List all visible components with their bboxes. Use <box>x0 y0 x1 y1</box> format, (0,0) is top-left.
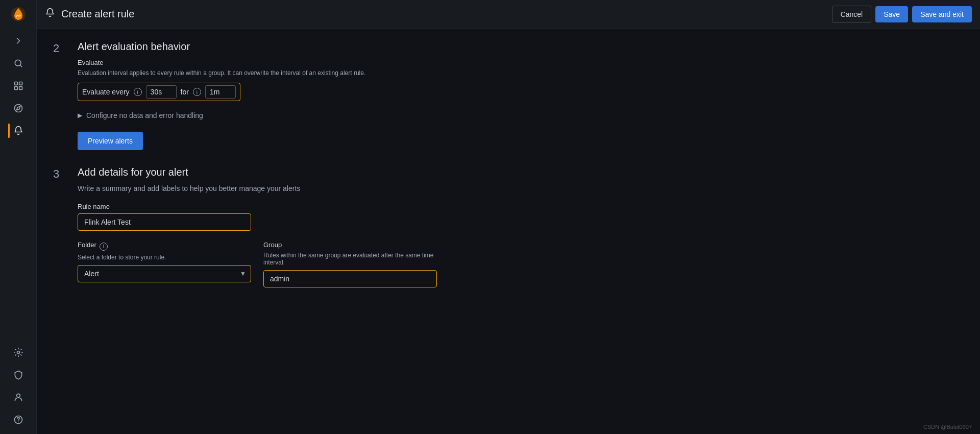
chevron-right-icon: ▶ <box>78 112 82 119</box>
evaluate-for-info-icon[interactable]: i <box>193 88 201 96</box>
section-2: 2 Alert evaluation behavior Evaluate Eva… <box>53 41 964 119</box>
section-3-content: Add details for your alert Write a summa… <box>78 166 964 287</box>
section-3-title: Add details for your alert <box>78 166 964 178</box>
page-title: Create alert rule <box>61 8 134 20</box>
preview-section: Preview alerts <box>78 132 964 150</box>
content-area: 2 Alert evaluation behavior Evaluate Eva… <box>37 29 980 434</box>
topbar-bell-icon <box>45 8 55 20</box>
folder-group-row: Folder i Select a folder to store your r… <box>78 241 964 287</box>
section-3-number: 3 <box>53 166 69 287</box>
sidebar-item-profile[interactable] <box>8 387 29 407</box>
svg-rect-3 <box>19 82 22 85</box>
section-2-content: Alert evaluation behavior Evaluate Evalu… <box>78 41 964 119</box>
section-3-subtitle: Write a summary and add labels to help y… <box>78 184 964 192</box>
folder-description: Select a folder to store your rule. <box>78 254 251 261</box>
group-field: Group Rules within the same group are ev… <box>263 241 437 287</box>
cancel-button[interactable]: Cancel <box>832 6 872 23</box>
sidebar-item-search[interactable] <box>8 53 29 74</box>
folder-field: Folder i Select a folder to store your r… <box>78 241 251 287</box>
save-button[interactable]: Save <box>875 6 908 22</box>
svg-rect-2 <box>14 82 17 85</box>
rule-name-label: Rule name <box>78 203 964 210</box>
sidebar-item-shield[interactable] <box>8 365 29 385</box>
evaluate-for-text: for <box>181 88 189 96</box>
configure-no-data-label: Configure no data and error handling <box>86 111 203 119</box>
main-area: Create alert rule Cancel Save Save and e… <box>37 0 980 434</box>
folder-select-wrapper: Alert ▼ <box>78 265 251 282</box>
evaluate-description: Evaluation interval applies to every rul… <box>78 69 384 77</box>
folder-label-row: Folder i <box>78 241 251 252</box>
evaluate-every-input[interactable] <box>146 85 177 99</box>
sidebar-item-explore[interactable] <box>8 98 29 118</box>
folder-label: Folder <box>78 241 96 249</box>
save-exit-button[interactable]: Save and exit <box>912 6 972 22</box>
group-description: Rules within the same group are evaluate… <box>263 252 437 266</box>
topbar: Create alert rule Cancel Save Save and e… <box>37 0 980 29</box>
group-label: Group <box>263 241 437 249</box>
svg-point-7 <box>17 351 19 354</box>
section-2-title: Alert evaluation behavior <box>78 41 964 53</box>
group-input[interactable] <box>263 270 437 287</box>
evaluate-row: Evaluate every i for i <box>78 83 240 101</box>
evaluate-every-info-icon[interactable]: i <box>134 88 142 96</box>
evaluate-for-input[interactable] <box>205 85 236 99</box>
rule-name-field: Rule name <box>78 203 964 231</box>
svg-point-8 <box>16 394 20 397</box>
svg-rect-5 <box>19 87 22 90</box>
section-3: 3 Add details for your alert Write a sum… <box>53 166 964 287</box>
rule-name-input[interactable] <box>78 213 251 231</box>
folder-select[interactable]: Alert <box>78 265 251 282</box>
preview-alerts-button[interactable]: Preview alerts <box>78 132 143 150</box>
section-2-number: 2 <box>53 41 69 119</box>
evaluate-label: Evaluate <box>78 59 964 66</box>
evaluate-every-text: Evaluate every <box>82 88 130 96</box>
sidebar-item-help[interactable] <box>8 409 29 430</box>
app-logo[interactable] <box>8 4 29 25</box>
folder-info-icon[interactable]: i <box>100 243 108 251</box>
topbar-actions: Cancel Save Save and exit <box>832 6 972 23</box>
svg-rect-4 <box>14 87 17 90</box>
sidebar-item-toggle[interactable] <box>8 31 29 51</box>
svg-point-10 <box>18 422 18 422</box>
svg-point-6 <box>14 105 22 112</box>
sidebar <box>0 0 37 434</box>
sidebar-item-settings[interactable] <box>8 342 29 363</box>
configure-no-data-row[interactable]: ▶ Configure no data and error handling <box>78 111 964 119</box>
sidebar-item-alerting[interactable] <box>8 120 29 141</box>
sidebar-item-dashboards[interactable] <box>8 76 29 96</box>
watermark: CSDN @Bulut0907 <box>923 424 972 430</box>
